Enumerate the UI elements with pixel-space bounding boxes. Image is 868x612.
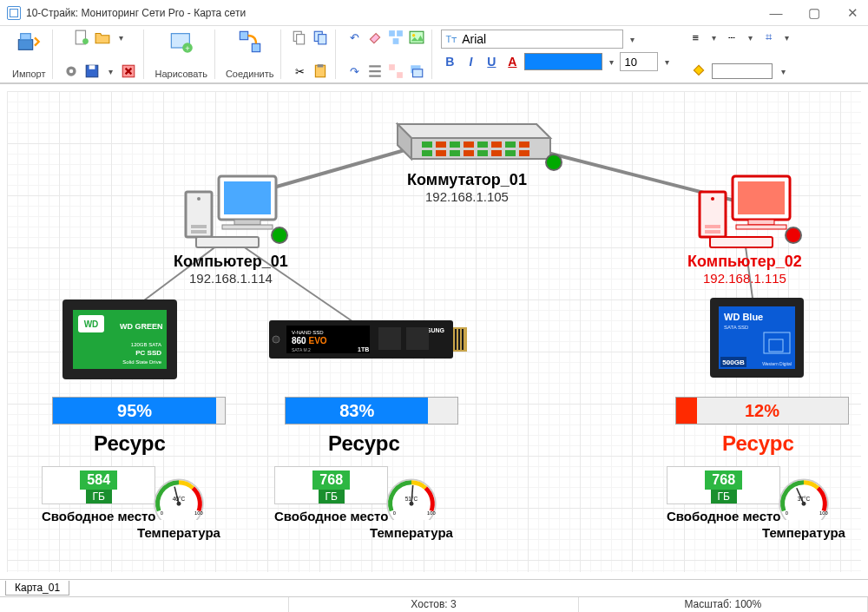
disk1[interactable]: WD WD GREEN 120GB SATA PC SSD Solid Stat… — [59, 296, 181, 386]
svg-rect-58 — [196, 237, 259, 247]
disk3-gauge: 37°C0100 Температура — [762, 466, 845, 540]
bold-button[interactable]: B — [441, 53, 458, 70]
connect-label: Соединить — [226, 69, 274, 79]
svg-rect-28 — [413, 69, 423, 77]
svg-rect-36 — [450, 141, 460, 148]
font-group: TᴛArial ▾ B I U A ▾ 10 ▾ — [436, 30, 677, 79]
group-icon[interactable] — [388, 30, 404, 45]
open-dropdown[interactable]: ▾ — [115, 33, 126, 43]
disk1-gauge: 40°C0100 Температура — [137, 466, 220, 540]
disk3[interactable]: WD Blue SATA SSD 500GB Western Digital — [707, 294, 807, 385]
bounds-icon[interactable]: ⌗ — [760, 30, 776, 45]
connect-icon[interactable] — [238, 30, 262, 54]
svg-point-64 — [711, 197, 714, 201]
fill-color[interactable] — [712, 63, 773, 79]
gear-icon[interactable] — [63, 63, 79, 79]
svg-rect-37 — [464, 141, 474, 148]
pc1-name: Компьютер_01 — [170, 253, 292, 271]
import-icon[interactable] — [16, 30, 41, 54]
maximize-button[interactable]: ▢ — [806, 5, 823, 21]
svg-rect-34 — [422, 141, 432, 148]
undo-icon[interactable]: ↶ — [346, 30, 362, 45]
tool-group-clipboard: ✂ — [285, 30, 336, 79]
copy-icon[interactable] — [292, 30, 307, 45]
underline-button[interactable]: U — [483, 53, 500, 70]
svg-point-78 — [177, 502, 181, 506]
fill-icon[interactable] — [691, 63, 707, 79]
svg-text:SATA M.2: SATA M.2 — [292, 347, 311, 352]
minimize-button[interactable]: — — [767, 5, 785, 21]
svg-text:500GB: 500GB — [722, 359, 745, 366]
svg-text:860 EVO: 860 EVO — [292, 336, 327, 345]
color-swatch[interactable] — [524, 53, 602, 70]
save-dropdown[interactable]: ▾ — [105, 67, 115, 76]
layers-icon[interactable] — [409, 63, 424, 79]
tool-group-line: ≡▾ ┄▾ ⌗▾ ▾ — [681, 30, 799, 79]
switch-ip: 192.168.1.105 — [380, 189, 554, 204]
open-folder-icon[interactable] — [95, 30, 110, 45]
svg-point-3 — [83, 38, 89, 44]
svg-rect-43 — [436, 150, 446, 156]
svg-rect-95 — [406, 327, 429, 350]
svg-rect-84 — [455, 329, 457, 350]
svg-rect-67 — [710, 237, 773, 247]
delete-icon[interactable] — [121, 63, 136, 79]
close-button[interactable]: ✕ — [844, 5, 861, 21]
window-title: 10-Страйк: Мониторинг Сети Pro - Карта с… — [26, 7, 246, 19]
tool-group-draw: + Нарисовать — [148, 30, 214, 79]
color-dropdown[interactable]: ▾ — [606, 57, 616, 67]
svg-rect-0 — [19, 40, 33, 50]
svg-rect-60 — [738, 181, 785, 214]
line-style-icon[interactable]: ≡ — [687, 30, 703, 45]
font-selector[interactable]: TᴛArial — [441, 30, 623, 49]
svg-rect-20 — [390, 30, 396, 36]
pc2-name: Компьютер_02 — [684, 253, 806, 271]
disk3-label: Ресурс — [722, 431, 794, 456]
tab-map1[interactable]: Карта_01 — [5, 581, 69, 596]
svg-text:0: 0 — [786, 510, 788, 516]
svg-rect-7 — [89, 65, 95, 69]
canvas-area[interactable]: Коммутатор_01 192.168.1.105 Компьютер_01… — [0, 83, 868, 579]
titlebar: 10-Страйк: Мониторинг Сети Pro - Карта с… — [0, 0, 868, 26]
svg-text:100: 100 — [194, 510, 203, 516]
svg-text:100: 100 — [819, 510, 828, 516]
svg-rect-19 — [318, 64, 324, 67]
node-switch[interactable]: Коммутатор_01 192.168.1.105 — [380, 107, 554, 204]
svg-text:40°C: 40°C — [173, 496, 186, 502]
font-size[interactable]: 10 — [620, 52, 658, 71]
cut-icon[interactable]: ✂ — [292, 63, 307, 79]
ungroup-icon[interactable] — [388, 63, 404, 79]
svg-rect-39 — [491, 141, 502, 148]
svg-text:SATA SSD: SATA SSD — [724, 325, 749, 330]
svg-rect-85 — [458, 329, 460, 350]
svg-rect-66 — [705, 230, 720, 234]
duplicate-icon[interactable] — [312, 30, 328, 45]
svg-rect-13 — [252, 43, 260, 51]
redo-icon[interactable]: ↷ — [346, 63, 362, 79]
network-map[interactable]: Коммутатор_01 192.168.1.105 Компьютер_01… — [7, 91, 861, 572]
svg-rect-35 — [436, 141, 446, 148]
svg-rect-62 — [736, 225, 786, 229]
save-icon[interactable] — [84, 63, 100, 79]
window-buttons: — ▢ ✕ — [767, 5, 861, 21]
disk2[interactable]: V-NAND SSD 860 EVO SATA M.2 1TB SAMSUNG — [267, 315, 469, 367]
image-icon[interactable] — [409, 30, 424, 45]
dash-style-icon[interactable]: ┄ — [724, 30, 740, 45]
svg-rect-25 — [390, 64, 396, 70]
svg-text:PC SSD: PC SSD — [135, 349, 161, 357]
svg-point-24 — [412, 34, 415, 36]
font-dropdown[interactable]: ▾ — [627, 35, 637, 44]
disk1-progress: 95% — [52, 397, 226, 424]
new-file-icon[interactable] — [74, 30, 89, 45]
font-color-button[interactable]: A — [503, 53, 521, 70]
size-dropdown[interactable]: ▾ — [661, 57, 672, 67]
svg-rect-44 — [450, 150, 460, 156]
draw-icon[interactable]: + — [169, 30, 194, 54]
paste-icon[interactable] — [312, 63, 328, 79]
erase-icon[interactable] — [367, 30, 383, 45]
list-icon[interactable] — [367, 63, 383, 79]
svg-rect-57 — [191, 230, 207, 234]
italic-button[interactable]: I — [462, 53, 479, 70]
tool-group-import: Импорт — [5, 30, 53, 79]
svg-rect-41 — [519, 141, 529, 148]
